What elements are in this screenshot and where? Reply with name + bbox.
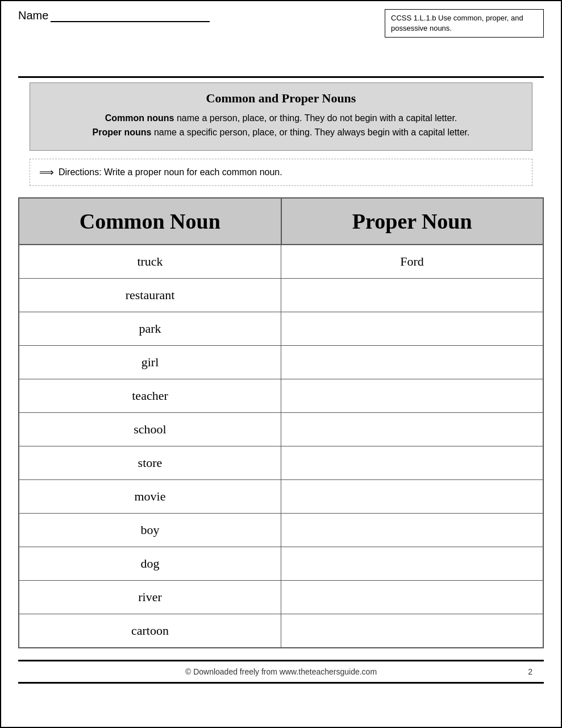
proper-nouns-rest: name a specific person, place, or thing.… — [152, 127, 470, 137]
page-number: 2 — [528, 667, 532, 676]
table-row: store — [19, 446, 543, 480]
common-noun-cell: cartoon — [19, 614, 281, 647]
proper-noun-cell — [281, 379, 543, 412]
noun-table: Common Noun Proper Noun truckFordrestaur… — [18, 197, 544, 648]
common-noun-cell: dog — [19, 547, 281, 580]
info-box: Common and Proper Nouns Common nouns nam… — [30, 82, 532, 151]
table-row: movie — [19, 480, 543, 514]
table-header: Common Noun Proper Noun — [19, 198, 543, 245]
table-row: boy — [19, 514, 543, 547]
common-noun-cell: teacher — [19, 379, 281, 412]
top-rule — [18, 76, 544, 78]
proper-noun-cell — [281, 547, 543, 580]
table-row: dog — [19, 547, 543, 581]
header-common-noun: Common Noun — [19, 198, 282, 244]
name-label: Name — [18, 9, 48, 22]
proper-noun-cell — [281, 346, 543, 379]
name-field: Name — [18, 9, 210, 22]
proper-noun-cell — [281, 312, 543, 345]
table-body: truckFordrestaurantparkgirlteacherschool… — [19, 245, 543, 647]
proper-noun-cell — [281, 514, 543, 547]
common-noun-cell: restaurant — [19, 279, 281, 312]
proper-noun-cell — [281, 279, 543, 312]
info-box-title: Common and Proper Nouns — [41, 91, 521, 106]
directions-text: Directions: Write a proper noun for each… — [59, 167, 282, 177]
common-noun-cell: girl — [19, 346, 281, 379]
proper-noun-cell — [281, 480, 543, 513]
common-noun-cell: school — [19, 413, 281, 446]
common-noun-cell: park — [19, 312, 281, 345]
name-underline — [51, 21, 210, 22]
arrow-icon: ⟹ — [39, 166, 54, 179]
footer: © Downloaded freely from www.theteachers… — [1, 661, 561, 682]
table-row: truckFord — [19, 245, 543, 279]
table-row: river — [19, 581, 543, 614]
header: Name CCSS 1.L.1.b Use common, proper, an… — [1, 1, 561, 42]
proper-noun-cell — [281, 446, 543, 479]
common-noun-cell: boy — [19, 514, 281, 547]
ccss-box: CCSS 1.L.1.b Use common, proper, and pos… — [385, 9, 544, 38]
table-row: restaurant — [19, 279, 543, 312]
common-noun-cell: movie — [19, 480, 281, 513]
table-row: teacher — [19, 379, 543, 413]
worksheet-page: Name CCSS 1.L.1.b Use common, proper, an… — [0, 0, 562, 728]
common-noun-cell: truck — [19, 245, 281, 278]
header-proper-noun: Proper Noun — [282, 198, 543, 244]
info-box-line2: Proper nouns name a specific person, pla… — [41, 126, 521, 140]
proper-noun-cell: Ford — [281, 245, 543, 278]
table-row: school — [19, 413, 543, 446]
common-noun-cell: river — [19, 581, 281, 614]
proper-noun-cell — [281, 614, 543, 647]
directions-box: ⟹ Directions: Write a proper noun for ea… — [30, 159, 532, 186]
bottom-rule — [18, 682, 544, 684]
common-noun-cell: store — [19, 446, 281, 479]
table-row: cartoon — [19, 614, 543, 647]
proper-nouns-bold: Proper nouns — [92, 127, 151, 137]
table-row: park — [19, 312, 543, 346]
common-nouns-bold: Common nouns — [105, 113, 174, 123]
info-box-line1: Common nouns name a person, place, or th… — [41, 111, 521, 126]
proper-noun-cell — [281, 413, 543, 446]
table-row: girl — [19, 346, 543, 379]
footer-copyright: © Downloaded freely from www.theteachers… — [185, 667, 377, 676]
proper-noun-cell — [281, 581, 543, 614]
common-nouns-rest: name a person, place, or thing. They do … — [174, 113, 457, 123]
